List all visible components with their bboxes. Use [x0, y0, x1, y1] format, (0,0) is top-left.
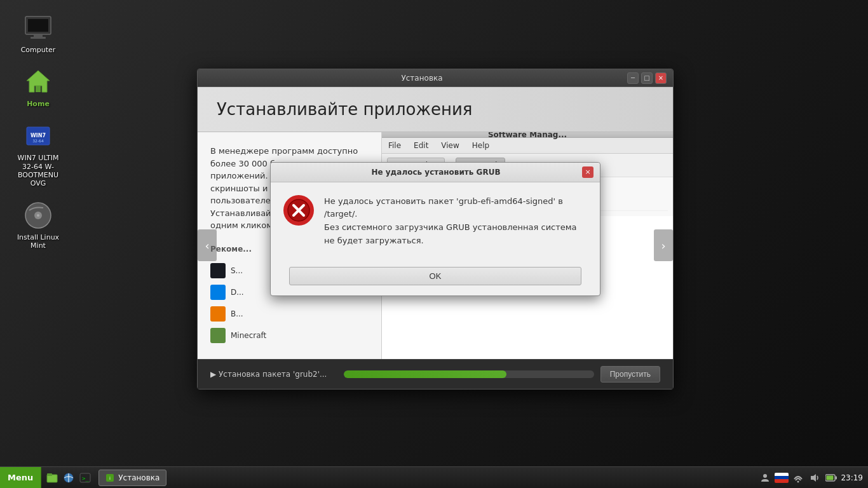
taskbar-quick-launch: >_ — [41, 471, 96, 485]
svg-text:>_: >_ — [82, 475, 89, 482]
svg-rect-18 — [47, 473, 52, 476]
dialog-message-line2: Без системного загрузчика GRUB установле… — [324, 222, 577, 245]
home-icon-label: Home — [27, 100, 50, 108]
svg-text:i: i — [109, 476, 111, 481]
taskbar-menu-button[interactable]: Menu — [0, 467, 41, 488]
svg-text:32-64: 32-64 — [32, 139, 44, 143]
taskbar-terminal-icon[interactable]: >_ — [78, 471, 92, 485]
tray-network-icon[interactable] — [791, 471, 805, 485]
tray-volume-icon[interactable] — [808, 471, 822, 485]
desktop-icons-container: Computer Home WIN7 32-64 WIN7 ULTIM 32-6… — [13, 13, 64, 250]
dialog-message-line1: Не удалось установить пакет 'grub-efi-am… — [324, 196, 563, 219]
svg-rect-3 — [31, 37, 46, 39]
dialog-body: Не удалось установить пакет 'grub-efi-am… — [271, 182, 600, 261]
taskbar-tray: 23:19 — [758, 471, 868, 485]
installer-task-icon: i — [105, 473, 114, 482]
error-dialog: Не удалось установить GRUB × Не удалось … — [270, 162, 600, 296]
dialog-footer: OK — [271, 261, 600, 295]
tray-flag-icon[interactable] — [775, 471, 789, 485]
installer-window: Установка ─ □ × Устанавливайте приложени… — [197, 69, 674, 390]
svg-rect-5 — [36, 86, 41, 92]
taskbar-installer-task[interactable]: i Установка — [98, 470, 166, 486]
dialog-title: Не удалось установить GRUB — [290, 168, 582, 177]
svg-rect-2 — [34, 34, 43, 37]
tray-user-icon[interactable] — [758, 471, 772, 485]
svg-marker-27 — [811, 474, 816, 482]
dialog-overlay: Не удалось установить GRUB × Не удалось … — [198, 69, 673, 389]
desktop-icon-home[interactable]: Home — [13, 67, 64, 108]
svg-rect-30 — [827, 475, 834, 480]
desktop-icon-win7[interactable]: WIN7 32-64 WIN7 ULTIM 32-64 W-BOOTMENU O… — [13, 121, 64, 187]
desktop-icon-install[interactable]: Install Linux Mint — [13, 200, 64, 250]
svg-point-11 — [37, 214, 39, 217]
taskbar-files-icon[interactable] — [45, 471, 59, 485]
install-icon-label: Install Linux Mint — [13, 233, 64, 250]
win7-icon-label: WIN7 ULTIM 32-64 W-BOOTMENU OVG — [13, 154, 64, 187]
svg-point-25 — [763, 474, 767, 478]
dialog-close-button[interactable]: × — [582, 166, 593, 178]
error-icon — [283, 195, 314, 226]
svg-point-26 — [797, 480, 799, 482]
computer-icon-label: Computer — [21, 46, 56, 54]
desktop: Computer Home WIN7 32-64 WIN7 ULTIM 32-6… — [0, 0, 868, 488]
dialog-message: Не удалось установить пакет 'grub-efi-am… — [324, 195, 587, 248]
tray-battery-icon[interactable] — [824, 471, 838, 485]
ok-button[interactable]: OK — [289, 267, 581, 285]
dialog-titlebar: Не удалось установить GRUB × — [271, 163, 600, 182]
svg-text:WIN7: WIN7 — [31, 133, 46, 139]
taskbar-time: 23:19 — [841, 473, 863, 482]
taskbar-browser-icon[interactable] — [62, 471, 76, 485]
svg-rect-1 — [28, 19, 48, 32]
desktop-icon-computer[interactable]: Computer — [13, 13, 64, 54]
taskbar-task-label: Установка — [118, 473, 159, 482]
svg-rect-29 — [836, 476, 837, 479]
taskbar: Menu >_ — [0, 466, 868, 488]
